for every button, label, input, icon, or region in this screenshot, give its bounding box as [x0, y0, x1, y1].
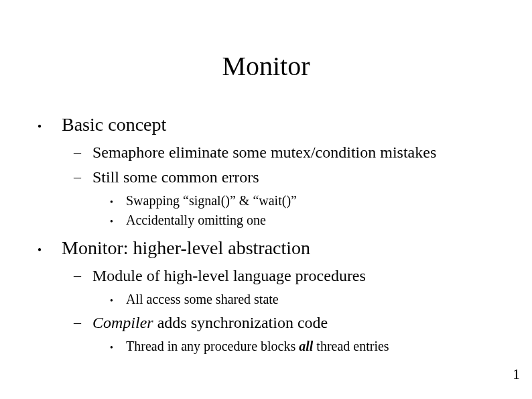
subsubbullet-post: thread entries — [313, 339, 389, 353]
bullet-list-level2: Module of high-level language procedures… — [74, 267, 505, 354]
bullet-list-level3: Swapping “signal()” & “wait()” Accidenta… — [110, 193, 505, 228]
slide: Monitor Basic concept Semaphore eliminat… — [0, 0, 532, 384]
subbullet-text: Still some common errors — [92, 168, 259, 186]
subsubbullet-text: Accidentally omitting one — [126, 213, 266, 227]
bullet-basic-concept: Basic concept Semaphore eliminate some m… — [38, 114, 505, 228]
subbullet-common-errors: Still some common errors Swapping “signa… — [74, 168, 505, 228]
subbullet-prefix-italic: Compiler — [92, 314, 153, 331]
bullet-text: Basic concept — [62, 114, 166, 135]
subbullet-compiler: Compiler adds synchronization code Threa… — [74, 314, 505, 354]
subbullet-module: Module of high-level language procedures… — [74, 267, 505, 307]
bullet-list-level3: Thread in any procedure blocks all threa… — [110, 339, 505, 354]
subsubbullet-shared-state: All access some shared state — [110, 292, 505, 307]
subsubbullet-text: Swapping “signal()” & “wait()” — [126, 193, 297, 208]
subsubbullet-swapping: Swapping “signal()” & “wait()” — [110, 193, 505, 209]
page-number: 1 — [513, 365, 520, 383]
subbullet-semaphore: Semaphore eliminate some mutex/condition… — [74, 144, 505, 162]
bullet-list-level1: Basic concept Semaphore eliminate some m… — [38, 114, 505, 354]
bullet-text: Monitor: higher-level abstraction — [62, 237, 310, 258]
subsubbullet-pre: Thread in any procedure blocks — [126, 339, 299, 353]
slide-title: Monitor — [27, 50, 505, 82]
subsubbullet-emph: all — [299, 339, 313, 353]
bullet-list-level3: All access some shared state — [110, 292, 505, 307]
subbullet-text: Module of high-level language procedures — [92, 267, 366, 284]
subbullet-text: Semaphore eliminate some mutex/condition… — [92, 144, 436, 161]
bullet-monitor-abstraction: Monitor: higher-level abstraction Module… — [38, 237, 505, 354]
bullet-list-level2: Semaphore eliminate some mutex/condition… — [74, 144, 505, 228]
subsubbullet-omitting: Accidentally omitting one — [110, 213, 505, 228]
subsubbullet-text: All access some shared state — [126, 292, 279, 306]
subbullet-rest: adds synchronization code — [153, 314, 328, 331]
subsubbullet-thread-blocks: Thread in any procedure blocks all threa… — [110, 339, 505, 354]
